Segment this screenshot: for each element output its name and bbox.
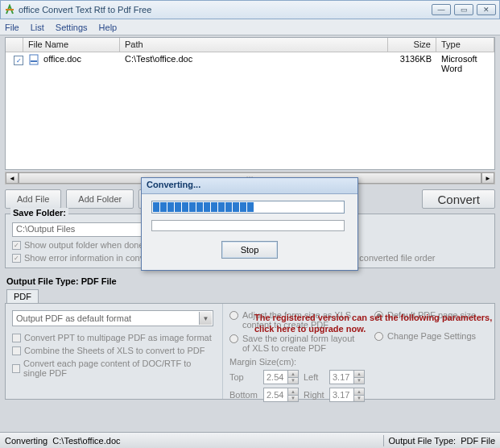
add-folder-button[interactable]: Add Folder [66,189,134,209]
save-folder-legend: Save Folder: [10,208,68,218]
file-list[interactable]: File Name Path Size Type ✓ office.doc C:… [5,37,495,170]
file-list-header: File Name Path Size Type [6,38,494,52]
radio-save-layout[interactable]: Save the original form layout of XLS to … [229,334,366,353]
table-row[interactable]: ✓ office.doc C:\Test\office.doc 3136KB M… [6,52,494,67]
converting-dialog: Converting... Stop [141,177,358,271]
col-type[interactable]: Type [436,38,494,52]
svg-rect-0 [30,55,38,64]
opt-doc-checkbox[interactable]: Convert each page content of DOC/RTF to … [12,359,216,378]
tab-pdf[interactable]: PDF [6,289,39,303]
margin-size-label: Margin Size(cm): [229,357,366,367]
show-error-checkbox[interactable]: ✓Show error information in convers [12,253,156,263]
cell-path: C:\Test\office.doc [120,52,388,67]
scroll-right-icon[interactable]: ► [481,172,494,184]
menu-bar: File List Settings Help [0,19,500,35]
scroll-left-icon[interactable]: ◄ [6,172,19,184]
status-converting-label: Converting [5,436,48,446]
col-size[interactable]: Size [388,38,436,52]
status-bar: Converting C:\Test\office.doc Output Fil… [0,432,500,448]
menu-settings[interactable]: Settings [56,23,88,32]
opt-xls-checkbox[interactable]: Combine the Sheets of XLS to convert to … [12,346,216,355]
svg-rect-1 [31,60,37,62]
opt-ppt-checkbox[interactable]: Convert PPT to multipage PDF as image fo… [12,333,216,342]
output-format-combo[interactable]: Output PDF as default format ▼ [12,310,213,326]
menu-list[interactable]: List [31,23,44,32]
cell-type: Microsoft Word [436,52,494,67]
app-icon [4,4,15,15]
menu-help[interactable]: Help [99,23,118,32]
status-output-label: Output File Type: [389,436,457,446]
minimize-button[interactable]: — [432,4,451,15]
window-title: office Convert Text Rtf to Pdf Free [19,5,432,15]
title-bar: office Convert Text Rtf to Pdf Free — ▭ … [0,0,500,19]
margin-left-input[interactable]: 3.17▲▼ [329,370,365,384]
col-path[interactable]: Path [120,38,388,52]
cell-filename: office.doc [43,54,81,64]
progress-bar-secondary [151,220,345,231]
progress-bar [151,201,345,214]
margin-bottom-input[interactable]: 2.54▲▼ [263,388,299,402]
upgrade-link[interactable]: The registered version can set the follo… [254,313,496,335]
chevron-down-icon[interactable]: ▼ [199,312,212,325]
close-button[interactable]: ✕ [477,4,496,15]
maximize-button[interactable]: ▭ [454,4,473,15]
output-filetype-label: Output File Type: PDF File [6,276,495,286]
margin-right-input[interactable]: 3.17▲▼ [329,388,365,402]
menu-file[interactable]: File [5,23,19,32]
convert-button[interactable]: Convert [422,189,495,209]
row-checkbox[interactable]: ✓ [14,56,23,65]
cell-size: 3136KB [388,52,436,67]
col-filename[interactable]: File Name [23,38,120,52]
stop-button[interactable]: Stop [221,241,278,259]
margin-top-input[interactable]: 2.54▲▼ [263,370,299,384]
doc-icon [28,54,39,65]
add-file-button[interactable]: Add File [5,189,61,209]
status-output-value: PDF File [461,436,495,446]
status-converting-path: C:\Test\office.doc [52,436,120,446]
dialog-title: Converting... [142,178,357,194]
